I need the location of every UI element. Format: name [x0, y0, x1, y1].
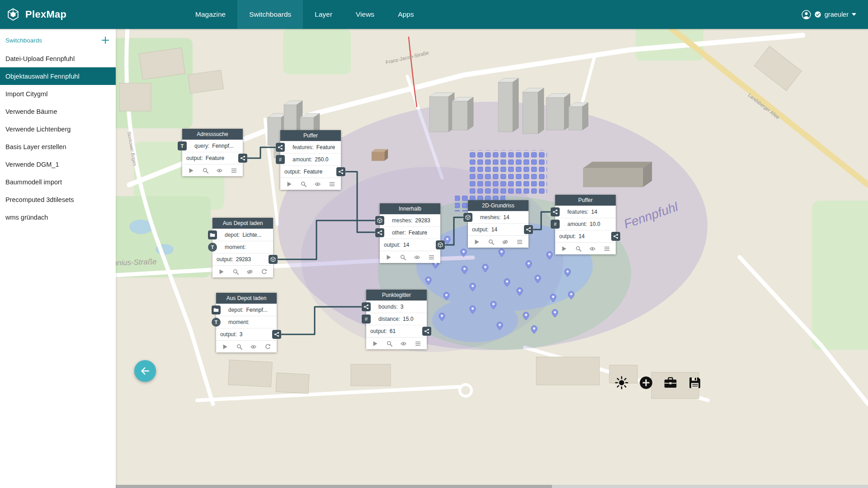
node-puffer-1[interactable]: Pufferfeatures:Feature#amount:250.0outpu…	[280, 130, 341, 190]
share-icon[interactable]	[272, 330, 281, 339]
list-icon[interactable]	[429, 254, 434, 260]
node-row-query[interactable]: Tquery:Fennpf...	[182, 140, 243, 152]
node-title[interactable]: Punktegitter	[366, 290, 427, 300]
node-row-output[interactable]: output:Feature	[182, 152, 243, 164]
play-icon[interactable]	[372, 341, 378, 347]
scrollbar-thumb[interactable]	[116, 485, 552, 488]
number-icon[interactable]: #	[276, 155, 285, 164]
eye-icon[interactable]	[590, 246, 595, 252]
node-row-meshes[interactable]: meshes:29283	[380, 214, 440, 226]
node-row-output[interactable]: output:14	[380, 239, 440, 251]
share-icon[interactable]	[276, 143, 285, 152]
preview-icon[interactable]	[301, 181, 307, 187]
app-logo[interactable]: PlexMap	[0, 0, 116, 29]
preview-icon[interactable]	[488, 239, 494, 245]
node-depot-2[interactable]: Aus Depot ladendepot:Fennpf...Tmoment:ou…	[216, 293, 277, 352]
node-adresssuche[interactable]: AdresssucheTquery:Fennpf...output:Featur…	[182, 129, 243, 176]
eye-slash-icon[interactable]	[247, 269, 253, 275]
switchboard-canvas[interactable]: Franz-Jacob-StraßeStorkower BogenJunius-…	[116, 29, 868, 488]
node-title[interactable]: Adresssuche	[182, 129, 243, 140]
number-icon[interactable]: #	[362, 314, 371, 324]
nav-switchboards[interactable]: Switchboards	[237, 0, 303, 29]
node-row-output[interactable]: output:3	[216, 328, 277, 340]
nav-apps[interactable]: Apps	[386, 0, 425, 29]
sidebar-item-precomputed-3dtilesets[interactable]: Precomputed 3dtilesets	[0, 191, 116, 208]
node-row-meshes[interactable]: meshes:14	[468, 211, 528, 223]
node-row-output[interactable]: output:14	[468, 223, 528, 235]
share-icon[interactable]	[336, 167, 345, 176]
node-title[interactable]: Puffer	[555, 195, 616, 206]
toolbox-button[interactable]	[663, 375, 678, 390]
preview-icon[interactable]	[576, 246, 581, 252]
node-row-other[interactable]: other:Feature	[380, 226, 440, 239]
play-icon[interactable]	[474, 239, 480, 245]
node-row-distance[interactable]: #distance:15.0	[366, 313, 427, 325]
brightness-button[interactable]	[614, 375, 629, 390]
share-icon[interactable]	[524, 225, 533, 234]
cube-icon[interactable]	[436, 240, 445, 249]
folder-icon[interactable]	[212, 305, 221, 314]
play-icon[interactable]	[188, 168, 194, 174]
share-icon[interactable]	[551, 207, 560, 216]
share-icon[interactable]	[375, 228, 384, 237]
preview-icon[interactable]	[203, 168, 208, 174]
node-title[interactable]: 2D-Grundriss	[468, 200, 528, 211]
number-icon[interactable]: #	[551, 220, 560, 229]
share-icon[interactable]	[422, 327, 431, 336]
play-icon[interactable]	[222, 344, 228, 350]
node-row-output[interactable]: output:Feature	[280, 165, 341, 178]
list-icon[interactable]	[517, 239, 523, 245]
sidebar-item-objektauswahl-fennpfuhl[interactable]: Objektauswahl Fennpfuhl	[0, 67, 116, 85]
node-row-depot[interactable]: depot:Fennpf...	[216, 304, 277, 316]
preview-icon[interactable]	[233, 269, 239, 275]
add-button[interactable]	[638, 375, 654, 390]
preview-icon[interactable]	[236, 344, 242, 350]
eye-icon[interactable]	[315, 181, 321, 187]
cube-icon[interactable]	[463, 213, 472, 222]
eye-icon[interactable]	[250, 344, 256, 350]
sidebar-item-import-citygml[interactable]: Import Citygml	[0, 85, 116, 103]
sidebar-item-verwende-lichtenberg[interactable]: Verwende Lichtenberg	[0, 120, 116, 138]
text-icon[interactable]: T	[208, 243, 217, 252]
play-icon[interactable]	[386, 254, 392, 260]
play-icon[interactable]	[286, 181, 292, 187]
text-icon[interactable]: T	[212, 318, 221, 327]
node-innerhalb[interactable]: Innerhalbmeshes:29283other:Featureoutput…	[380, 203, 440, 263]
node-title[interactable]: Aus Depot laden	[216, 293, 277, 304]
node-punktegitter[interactable]: Punktegitterbounds:3#distance:15.0output…	[366, 290, 427, 349]
refresh-icon[interactable]	[261, 269, 267, 275]
nav-layer[interactable]: Layer	[303, 0, 344, 29]
node-row-output[interactable]: output:14	[555, 230, 616, 242]
node-row-depot[interactable]: depot:Lichte...	[212, 229, 273, 241]
sidebar-item-basis-layer-erstellen[interactable]: Basis Layer erstellen	[0, 138, 116, 155]
list-icon[interactable]	[329, 181, 335, 187]
nav-views[interactable]: Views	[344, 0, 386, 29]
node-row-output[interactable]: output:61	[366, 325, 427, 337]
sidebar-item-verwende-dgm-1[interactable]: Verwende DGM_1	[0, 155, 116, 173]
horizontal-scrollbar[interactable]	[116, 485, 868, 488]
node-row-amount[interactable]: #amount:250.0	[280, 153, 341, 165]
play-icon[interactable]	[561, 246, 567, 252]
eye-slash-icon[interactable]	[502, 239, 508, 245]
node-puffer-2[interactable]: Pufferfeatures:14#amount:10.0output:14	[555, 195, 616, 254]
node-2d-grundriss[interactable]: 2D-Grundrissmeshes:14output:14	[468, 200, 528, 248]
node-title[interactable]: Aus Depot laden	[212, 218, 273, 229]
node-row-moment[interactable]: Tmoment:	[212, 241, 273, 253]
node-row-bounds[interactable]: bounds:3	[366, 300, 427, 313]
node-row-output[interactable]: output:29283	[212, 253, 273, 265]
sidebar-item-verwende-bäume[interactable]: Verwende Bäume	[0, 103, 116, 120]
save-button[interactable]	[687, 375, 703, 390]
node-title[interactable]: Innerhalb	[380, 203, 440, 214]
text-icon[interactable]: T	[178, 141, 187, 150]
folder-icon[interactable]	[208, 230, 217, 239]
cube-icon[interactable]	[269, 255, 278, 264]
refresh-icon[interactable]	[265, 344, 271, 350]
share-icon[interactable]	[238, 154, 247, 163]
node-row-features[interactable]: features:14	[555, 206, 616, 218]
eye-icon[interactable]	[217, 168, 222, 174]
node-title[interactable]: Puffer	[280, 130, 341, 141]
list-icon[interactable]	[415, 341, 421, 347]
back-button[interactable]	[134, 360, 156, 382]
add-switchboard-button[interactable]	[101, 36, 109, 44]
eye-icon[interactable]	[414, 254, 420, 260]
